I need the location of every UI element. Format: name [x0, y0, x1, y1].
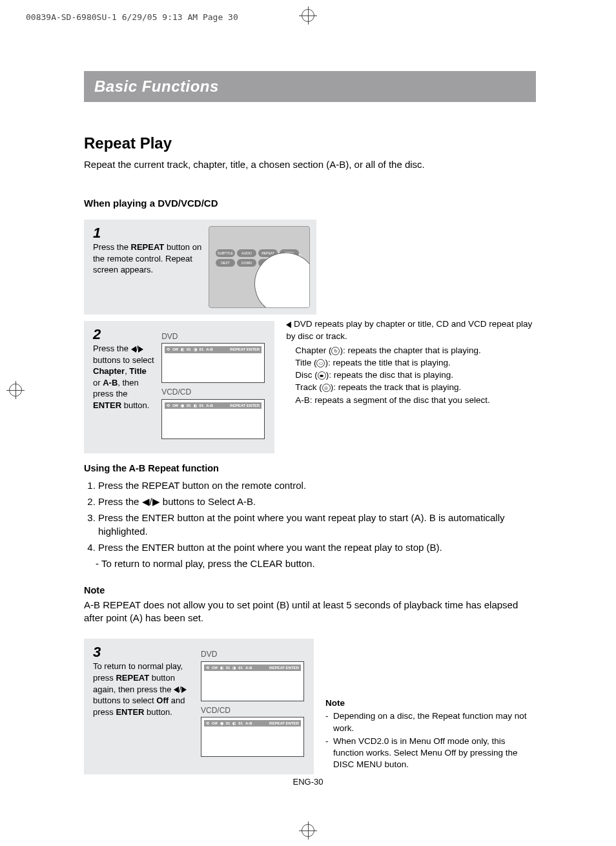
step-number: 2 — [93, 327, 155, 342]
page-title: Repeat Play — [84, 133, 536, 154]
print-header: 00839A-SD-6980SU-1 6/29/05 9:13 AM Page … — [26, 12, 238, 23]
bottom-note: Note Depending on a disc, the Repeat fun… — [325, 697, 536, 774]
step-number: 1 — [93, 226, 202, 240]
osd-label: VCD/CD — [161, 387, 268, 397]
left-arrow-icon — [131, 346, 136, 353]
osd-label: DVD — [161, 331, 268, 342]
note-heading: Note — [325, 697, 536, 709]
list-item: Depending on a disc, the Repeat function… — [325, 710, 536, 734]
list-item: Press the ENTER button at the point wher… — [98, 511, 536, 538]
left-arrow-icon — [174, 686, 179, 693]
track-icon: ◎ — [322, 384, 331, 392]
step-text: To return to normal play, press REPEAT b… — [93, 661, 194, 717]
osd-screen: ⟲Off ◐01 ◑01 A-B REPEAT ENTER — [161, 343, 265, 383]
osd-label: VCD/CD — [201, 705, 307, 716]
title-icon: ⬭ — [316, 359, 325, 367]
left-arrow-icon — [286, 322, 291, 328]
step-number: 3 — [93, 645, 194, 659]
osd-label: DVD — [201, 649, 307, 659]
osd-screen: ⟲Off ◐01 ◑01 A-B REPEAT ENTER — [201, 661, 304, 701]
note-heading: Note — [84, 584, 536, 597]
step-text: Press the / buttons to select Chapter, T… — [93, 343, 155, 411]
ab-steps: Press the REPEAT button on the remote co… — [84, 479, 536, 554]
list-item: When VCD2.0 is in Menu Off mode only, th… — [325, 736, 536, 771]
list-item: Press the ◀/▶ buttons to Select A-B. — [98, 495, 536, 508]
remote-illustration: SACD/CD DVD/CARD SUBTITLE AUDIO REPEAT P… — [209, 226, 310, 308]
crop-mark-icon — [299, 821, 317, 840]
disc-icon: ⬬ — [318, 371, 326, 380]
chapter-icon: ↻ — [331, 347, 340, 355]
osd-screen: ⟲Off ◉01 ◐01 A-B REPEAT ENTER — [201, 717, 304, 757]
step-1: 1 Press the REPEAT button on the remote … — [84, 220, 316, 315]
right-arrow-icon — [138, 346, 143, 353]
right-arrow-icon — [181, 686, 187, 693]
intro-text: Repeat the current track, chapter, title… — [84, 158, 536, 171]
ab-subnote: - To return to normal play, press the CL… — [96, 557, 536, 570]
list-item: Press the REPEAT button on the remote co… — [98, 479, 536, 492]
note-text: A-B REPEAT does not allow you to set poi… — [84, 599, 536, 625]
step-2: 2 Press the / buttons to select Chapter,… — [84, 321, 274, 453]
section-banner: Basic Functions — [84, 71, 536, 102]
list-item: Press the ENTER button at the point wher… — [98, 541, 536, 554]
osd-screen: ⟲Off ◉01 ◐01 A-B REPEAT ENTER — [161, 399, 265, 439]
repeat-modes-explain: DVD repeats play by chapter or title, CD… — [286, 315, 536, 407]
step-3: 3 To return to normal play, press REPEAT… — [84, 639, 314, 774]
crop-mark-icon — [6, 381, 25, 399]
ab-heading: Using the A-B Repeat function — [84, 462, 536, 475]
page-number: ENG-30 — [293, 776, 323, 788]
crop-mark-icon — [299, 6, 317, 25]
subheading: When playing a DVD/VCD/CD — [84, 197, 536, 210]
step-text: Press the REPEAT button on the remote co… — [93, 242, 202, 276]
